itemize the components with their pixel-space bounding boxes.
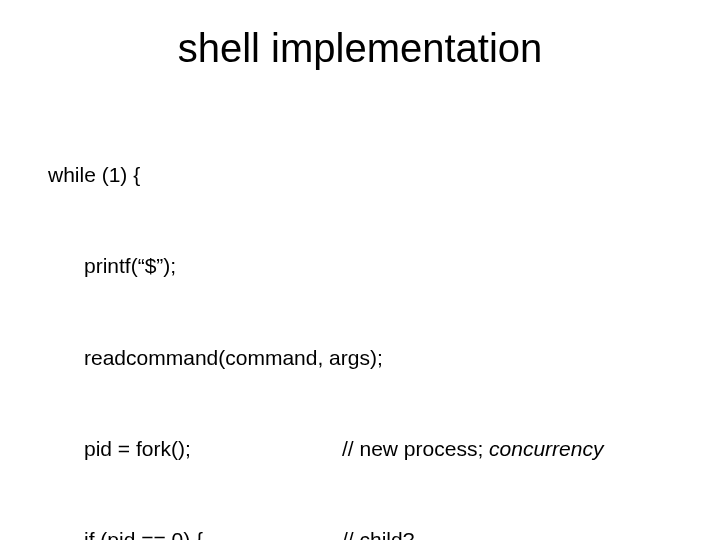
code-comment-italic: concurrency [489, 437, 603, 460]
code-text: pid = fork(); [84, 434, 342, 464]
code-line: readcommand(command, args); [84, 343, 720, 373]
code-line: printf(“$”); [84, 251, 720, 281]
code-comment: // new process; [342, 437, 489, 460]
code-block: while (1) { printf(“$”); readcommand(com… [0, 99, 720, 540]
code-line: if (pid == 0) {// child? [84, 525, 720, 540]
slide-container: shell implementation while (1) { printf(… [0, 0, 720, 540]
code-comment: // child? [342, 528, 414, 540]
code-line: pid = fork();// new process; concurrency [84, 434, 720, 464]
code-text: if (pid == 0) { [84, 525, 342, 540]
code-line: while (1) { [48, 160, 720, 190]
slide-title: shell implementation [0, 26, 720, 71]
